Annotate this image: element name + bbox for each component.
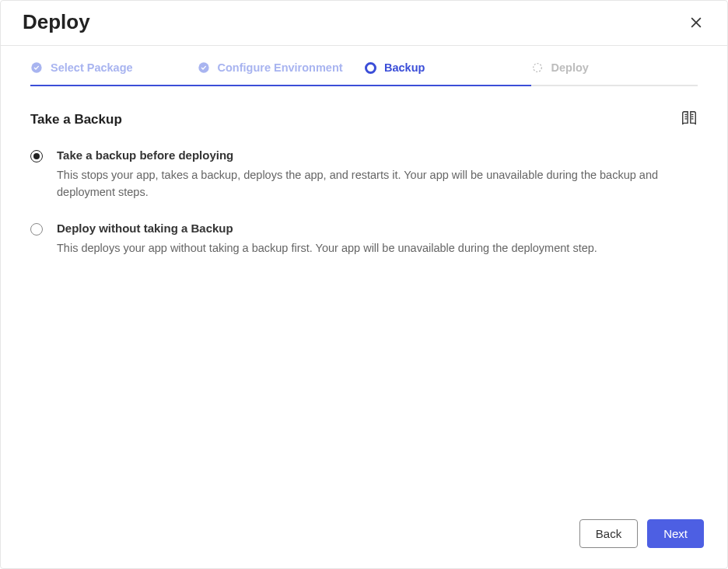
stepper: Select Package Configure Environment Bac… [30, 61, 698, 85]
close-button[interactable] [687, 13, 705, 32]
documentation-button[interactable] [681, 110, 698, 130]
modal-header: Deploy [1, 1, 727, 46]
next-button[interactable]: Next [647, 519, 704, 548]
step-label: Configure Environment [218, 61, 343, 74]
radio-title: Take a backup before deploying [57, 148, 698, 162]
check-circle-icon [198, 61, 210, 74]
back-button[interactable]: Back [579, 519, 638, 548]
radio-no-backup[interactable]: Deploy without taking a Backup This depl… [30, 222, 698, 257]
step-select-package[interactable]: Select Package [30, 61, 198, 85]
modal-title: Deploy [23, 10, 90, 34]
step-label: Deploy [551, 61, 589, 74]
radio-title: Deploy without taking a Backup [57, 222, 698, 235]
radio-description: This stops your app, takes a backup, dep… [57, 166, 698, 201]
deploy-modal: Deploy Select Package Configure Environm… [0, 0, 728, 569]
section-title: Take a Backup [30, 112, 122, 127]
step-deploy: Deploy [531, 61, 698, 85]
step-label: Select Package [51, 61, 133, 74]
radio-unselected-icon [30, 223, 43, 236]
close-icon [688, 15, 704, 30]
radio-text: Deploy without taking a Backup This depl… [57, 222, 698, 257]
dashed-circle-icon [531, 61, 544, 74]
step-configure-environment[interactable]: Configure Environment [198, 61, 365, 85]
step-backup[interactable]: Backup [364, 61, 531, 85]
circle-outline-icon [364, 61, 376, 74]
radio-description: This deploys your app without taking a b… [57, 239, 698, 257]
backup-radio-group: Take a backup before deploying This stop… [30, 148, 698, 257]
book-icon [681, 110, 698, 127]
radio-take-backup[interactable]: Take a backup before deploying This stop… [30, 148, 698, 201]
content-area: Take a Backup [1, 86, 727, 505]
stepper-progress [30, 85, 531, 86]
svg-point-4 [533, 64, 541, 72]
modal-footer: Back Next [1, 505, 727, 568]
step-label: Backup [384, 61, 425, 74]
radio-selected-icon [30, 150, 43, 162]
stepper-track [30, 85, 698, 86]
section-header: Take a Backup [30, 110, 698, 130]
check-circle-icon [30, 61, 43, 74]
radio-text: Take a backup before deploying This stop… [57, 148, 698, 201]
